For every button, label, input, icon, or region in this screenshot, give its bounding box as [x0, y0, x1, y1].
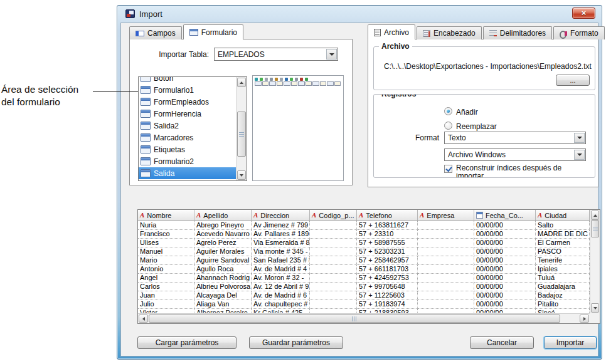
import-table-select[interactable]: EMPLEADOS	[214, 48, 338, 61]
column-header-ciudad[interactable]: ACiudad	[536, 210, 590, 221]
table-cell: 57 + 218830593	[357, 309, 418, 313]
cancel-button[interactable]: Cancelar	[470, 336, 534, 349]
form-list-item[interactable]: Botón	[139, 77, 236, 84]
table-row[interactable]: UlisesAgrelo PerezVia Esmeralda # 857 + …	[138, 239, 590, 247]
arrow-up-icon	[593, 214, 597, 217]
scroll-down-button[interactable]	[237, 170, 246, 180]
rebuild-index-label: Reconstruir índices después de importar	[456, 164, 561, 178]
table-row[interactable]: MarioAguirre SandovalSan Rafael 235 # 85…	[138, 256, 590, 265]
scroll-up-button[interactable]	[591, 211, 599, 220]
preview-tool-icon	[255, 78, 258, 81]
load-params-button[interactable]: Cargar parámetros	[137, 336, 237, 349]
table-row[interactable]: AngelAhannach RodrigAv. Moron # 32 -57 +…	[138, 274, 590, 283]
scrollbar-thumb[interactable]	[237, 112, 246, 157]
screenshot-stage: Área de selección del formulario Import …	[0, 0, 606, 364]
scroll-right-button[interactable]	[580, 315, 589, 323]
table-row[interactable]: JuanAlcayaga DelAv. de Madrid # 657 + 11…	[138, 291, 590, 300]
table-row[interactable]: FranciscoAcevedo NavarroAv. Pallares # 1…	[138, 230, 590, 239]
scrollbar-thumb[interactable]	[149, 315, 560, 323]
table-row[interactable]: NuriaAbrego PineyroAv Jimenez # 79957 + …	[138, 221, 590, 230]
form-list-item-label: Etiquetas	[154, 145, 185, 154]
table-cell: Julio	[138, 300, 194, 309]
form-icon-titlebar	[141, 134, 150, 137]
tab-encabezado[interactable]: Encabezado	[417, 26, 482, 39]
column-header-empresa[interactable]: AEmpresa	[418, 210, 474, 221]
font-icon: A	[538, 212, 542, 219]
radio-reemplazar[interactable]	[444, 122, 452, 130]
tab-formulario[interactable]: Formulario	[183, 24, 243, 39]
column-header-label: Codigo_p...	[319, 212, 354, 219]
form-icon-titlebar	[141, 122, 150, 125]
preview-field-cell	[262, 81, 269, 86]
form-icon-titlebar	[141, 158, 150, 160]
window-title: Import	[139, 9, 162, 19]
rebuild-index-checkbox[interactable]	[444, 165, 452, 173]
registros-group: Registros Añadir Reemplazar Format Texto…	[373, 94, 595, 178]
form-list-item[interactable]: Formulario2	[139, 155, 236, 167]
form-icon-titlebar	[141, 98, 150, 101]
dropdown-button[interactable]	[574, 133, 585, 143]
scrollbar-thumb[interactable]	[591, 220, 599, 237]
font-icon: A	[196, 212, 201, 219]
form-list-item[interactable]: Etiquetas	[139, 143, 236, 155]
table-row[interactable]: CarlosAlbrieu PolvorosaAv. 12 de Abril #…	[138, 283, 590, 291]
tab-label: Formato	[570, 29, 598, 38]
column-header-apellido[interactable]: AApellido	[194, 210, 252, 221]
table-row[interactable]: AntonioAgullo RocaAv. de Madrid # 457 + …	[138, 265, 590, 274]
form-list-item[interactable]: Salida2	[139, 120, 236, 132]
preview-tool-icon	[275, 78, 278, 81]
form-list-item[interactable]: Formulario1	[139, 84, 236, 96]
browse-button-label: ...	[570, 76, 575, 84]
encoding-select[interactable]: Archivo Windows	[444, 148, 586, 161]
table-row[interactable]: ManuelAguiler MoralesVia monte # 345 -57…	[138, 247, 590, 256]
table-cell: Av. de Madrid # 4	[252, 265, 310, 274]
scroll-left-button[interactable]	[139, 315, 148, 323]
form-list-item[interactable]: Salida	[139, 167, 236, 179]
tab-formato[interactable]: Formato	[553, 26, 605, 39]
table-cell: 57 + 424592753	[357, 274, 418, 283]
column-header-direccion[interactable]: ADireccion	[252, 210, 310, 221]
table-cell: Ipiales	[536, 265, 590, 274]
scroll-up-button[interactable]	[237, 78, 246, 87]
grid-horizontal-scrollbar[interactable]	[138, 313, 590, 323]
tab-delimitadores[interactable]: Delimitadores	[483, 26, 552, 39]
table-cell: Via monte # 345 -	[252, 247, 310, 256]
import-table-value: EMPLEADOS	[218, 50, 265, 59]
table-row[interactable]: VictorAlbornoz PereiroKr Galicia # 42557…	[138, 309, 590, 313]
tab-archivo[interactable]: Archivo	[368, 24, 415, 39]
table-cell	[418, 230, 474, 239]
column-header-telefono[interactable]: ATelefono	[357, 210, 418, 221]
preview-tool-icon	[280, 78, 283, 81]
dropdown-button[interactable]	[574, 150, 585, 160]
import-button[interactable]: Importar	[544, 336, 597, 349]
table-row[interactable]: JulioAliaga VanAv. chapultepec #57 + 191…	[138, 300, 590, 309]
close-button[interactable]: ×	[572, 8, 595, 19]
table-cell	[310, 256, 357, 265]
fields-icon	[136, 31, 144, 36]
callout-line	[93, 91, 138, 92]
form-list-item[interactable]: FormHerencia	[139, 108, 236, 120]
column-header-label: Fecha_Co...	[486, 212, 523, 219]
format-select[interactable]: Texto	[444, 132, 586, 144]
dropdown-button[interactable]	[326, 49, 337, 60]
column-header-codigo-p[interactable]: ACodigo_p...	[310, 210, 357, 221]
save-params-button[interactable]: Guardar parámetros	[249, 336, 343, 349]
scroll-down-button[interactable]	[591, 303, 599, 313]
preview-field-cell	[284, 81, 290, 86]
table-cell: Nuria	[138, 221, 194, 230]
radio-anadir[interactable]	[444, 107, 452, 115]
form-list-item[interactable]: FormEmpleados	[139, 96, 236, 108]
tab-campos[interactable]: Campos	[129, 26, 182, 39]
browse-button[interactable]: ...	[556, 75, 590, 86]
title-bar[interactable]: Import ×	[117, 6, 602, 23]
form-list-scrollbar[interactable]	[236, 77, 247, 180]
table-cell: Pitalito	[536, 300, 590, 309]
form-list[interactable]: BotónFormulario1FormEmpleadosFormHerenci…	[138, 76, 247, 181]
table-cell: Agullo Roca	[194, 265, 252, 274]
font-icon: A	[359, 212, 363, 219]
column-header-fecha-co[interactable]: Fecha_Co...	[474, 210, 536, 221]
table-cell	[418, 256, 474, 265]
grid-vertical-scrollbar[interactable]	[590, 210, 600, 313]
form-list-item[interactable]: Marcadores	[139, 132, 236, 143]
column-header-nombre[interactable]: ANombre	[138, 210, 194, 221]
